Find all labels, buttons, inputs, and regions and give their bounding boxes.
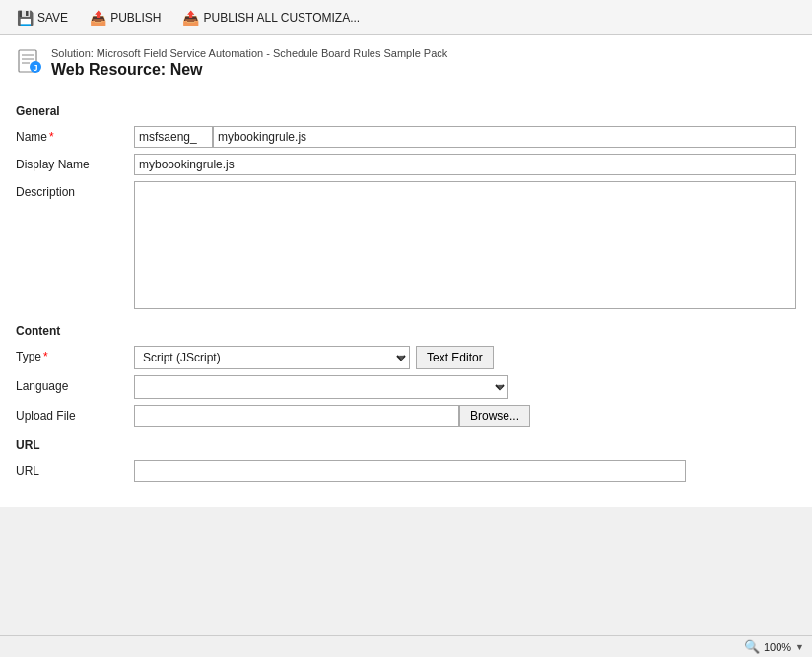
display-name-input[interactable] xyxy=(134,154,796,175)
publish-button[interactable]: 📤 PUBLISH xyxy=(81,6,169,30)
name-label: Name* xyxy=(16,126,134,144)
page-title: Web Resource: New xyxy=(51,61,447,79)
save-icon: 💾 xyxy=(17,10,34,26)
upload-file-label: Upload File xyxy=(16,405,134,423)
name-prefix-input[interactable] xyxy=(134,126,213,148)
publish-all-icon: 📤 xyxy=(182,10,199,26)
type-row: Type* Script (JScript) Webpage (HTML) St… xyxy=(16,346,796,369)
publish-all-button[interactable]: 📤 PUBLISH ALL CUSTOMIZA... xyxy=(173,6,369,30)
display-name-row: Display Name xyxy=(16,154,796,175)
url-row: URL xyxy=(16,460,796,482)
header-row: J Solution: Microsoft Field Service Auto… xyxy=(16,47,796,93)
description-row: Description xyxy=(16,181,796,312)
description-textarea[interactable] xyxy=(134,181,796,309)
publish-icon: 📤 xyxy=(90,10,106,26)
upload-file-row: Upload File Browse... xyxy=(16,405,796,427)
language-row: Language xyxy=(16,375,796,399)
url-input-wrap xyxy=(134,460,796,482)
language-select[interactable] xyxy=(134,375,508,399)
url-label: URL xyxy=(16,460,134,478)
publish-label: PUBLISH xyxy=(110,11,161,25)
name-row: Name* xyxy=(16,126,796,148)
type-input-wrap: Script (JScript) Webpage (HTML) Style Sh… xyxy=(134,346,796,369)
save-button[interactable]: 💾 SAVE xyxy=(8,6,77,30)
header-text: Solution: Microsoft Field Service Automa… xyxy=(51,47,447,93)
browse-button[interactable]: Browse... xyxy=(459,405,530,427)
display-name-input-wrap xyxy=(134,154,796,175)
language-label: Language xyxy=(16,375,134,393)
type-required: * xyxy=(43,350,48,363)
name-main-input[interactable] xyxy=(213,126,796,148)
description-label: Description xyxy=(16,181,134,199)
name-input-wrap xyxy=(134,126,796,148)
name-inputs xyxy=(134,126,796,148)
toolbar: 💾 SAVE 📤 PUBLISH 📤 PUBLISH ALL CUSTOMIZA… xyxy=(0,0,812,35)
svg-text:J: J xyxy=(33,63,37,73)
display-name-label: Display Name xyxy=(16,154,134,171)
type-select-wrapper: Script (JScript) Webpage (HTML) Style Sh… xyxy=(134,346,410,369)
type-select[interactable]: Script (JScript) Webpage (HTML) Style Sh… xyxy=(134,346,410,369)
general-section-heading: General xyxy=(16,104,796,118)
name-required: * xyxy=(49,130,54,144)
upload-file-wrap: Browse... xyxy=(134,405,796,427)
type-label: Type* xyxy=(16,346,134,363)
url-section-heading: URL xyxy=(16,438,796,452)
language-input-wrap xyxy=(134,375,796,399)
url-input[interactable] xyxy=(134,460,686,482)
publish-all-label: PUBLISH ALL CUSTOMIZA... xyxy=(203,11,360,25)
breadcrumb: Solution: Microsoft Field Service Automa… xyxy=(51,47,447,59)
save-label: SAVE xyxy=(37,11,68,25)
language-select-wrapper xyxy=(134,375,508,399)
upload-controls: Browse... xyxy=(134,405,796,427)
page-icon: J xyxy=(16,47,43,75)
type-controls: Script (JScript) Webpage (HTML) Style Sh… xyxy=(134,346,796,369)
description-input-wrap xyxy=(134,181,796,312)
content-section-heading: Content xyxy=(16,324,796,338)
text-editor-button[interactable]: Text Editor xyxy=(416,346,494,369)
upload-file-input[interactable] xyxy=(134,405,459,427)
main-content: J Solution: Microsoft Field Service Auto… xyxy=(0,35,812,507)
breadcrumb-text: Solution: Microsoft Field Service Automa… xyxy=(51,47,447,59)
